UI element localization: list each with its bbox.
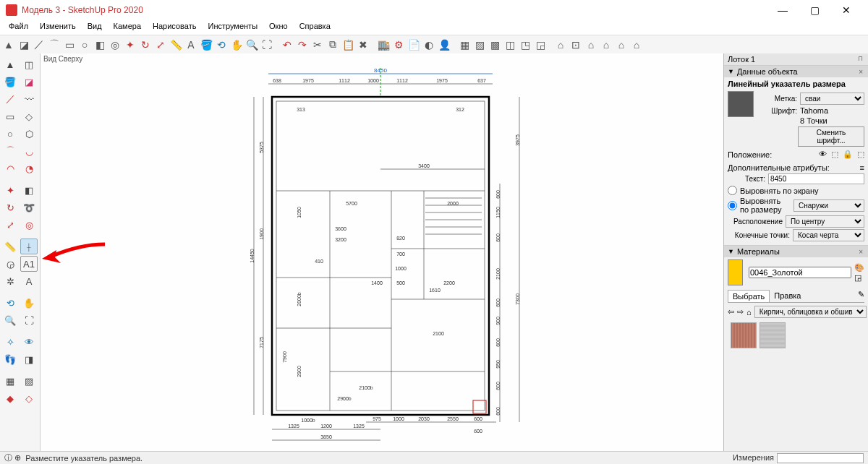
endpoints-select[interactable]: Косая черта bbox=[793, 229, 864, 241]
placement-select[interactable]: По центру bbox=[786, 215, 864, 228]
walk-tool-icon[interactable]: 👣 bbox=[1, 351, 19, 367]
scale-icon[interactable]: ⤢ bbox=[153, 38, 168, 52]
paint-icon[interactable]: 🪣 bbox=[199, 38, 213, 52]
maximize-button[interactable]: ▢ bbox=[799, 0, 830, 20]
move-icon[interactable]: ✦ bbox=[123, 38, 137, 52]
zoom-icon[interactable]: 🔍 bbox=[244, 38, 259, 52]
nav-fwd-icon[interactable]: ⇨ bbox=[737, 307, 744, 317]
menu-camera[interactable]: Камера bbox=[108, 20, 147, 35]
help-icon[interactable]: ⓘ bbox=[4, 452, 12, 463]
section-tool-icon[interactable]: ◨ bbox=[20, 351, 38, 367]
minimize-button[interactable]: — bbox=[767, 0, 799, 20]
rotate-icon[interactable]: ↻ bbox=[138, 38, 153, 52]
push-tool-icon[interactable]: ◧ bbox=[20, 182, 38, 198]
rotate-tool-icon[interactable]: ↻ bbox=[1, 199, 19, 215]
material-thumb-2[interactable] bbox=[760, 322, 786, 348]
push-icon[interactable]: ◧ bbox=[93, 38, 107, 52]
orbit-tool2-icon[interactable]: ⟲ bbox=[1, 295, 19, 311]
offset-icon[interactable]: ◎ bbox=[108, 38, 122, 52]
redo-icon[interactable]: ↷ bbox=[295, 38, 310, 52]
3dtext-tool-icon[interactable]: A bbox=[20, 273, 38, 289]
component-tool-icon[interactable]: ◫ bbox=[20, 56, 38, 72]
style-icon[interactable]: ◐ bbox=[422, 38, 436, 52]
measurement-input[interactable] bbox=[777, 453, 864, 463]
align-dim-select[interactable]: Снаружи bbox=[793, 199, 864, 212]
poly-tool-icon[interactable]: ⬡ bbox=[20, 126, 38, 142]
move-tool-icon[interactable]: ✦ bbox=[1, 182, 19, 198]
sandbox4-icon[interactable]: ◇ bbox=[20, 390, 38, 406]
line-icon[interactable]: ／ bbox=[32, 38, 46, 52]
zext-icon[interactable]: ⛶ bbox=[260, 38, 274, 52]
home-icon[interactable]: ⌂ bbox=[746, 308, 752, 317]
front-icon[interactable]: ⌂ bbox=[584, 38, 598, 52]
ext-icon[interactable]: ⚙ bbox=[391, 38, 406, 52]
menu-edit[interactable]: Изменить bbox=[34, 20, 82, 35]
paste-icon[interactable]: 📋 bbox=[341, 38, 355, 52]
close-section-icon[interactable]: × bbox=[857, 68, 864, 76]
geo-icon[interactable]: ⊕ bbox=[14, 453, 21, 463]
scale-tool-icon[interactable]: ⤢ bbox=[1, 217, 19, 233]
current-material-swatch[interactable] bbox=[728, 259, 743, 285]
menu-window[interactable]: Окно bbox=[263, 20, 294, 35]
delete-icon[interactable]: ✖ bbox=[356, 38, 370, 52]
materials-header[interactable]: ▼ Материалы × bbox=[724, 246, 868, 257]
right-icon[interactable]: ⌂ bbox=[599, 38, 613, 52]
arc3-tool-icon[interactable]: ◠ bbox=[1, 160, 19, 176]
arc-icon[interactable]: ⌒ bbox=[47, 38, 61, 52]
solid5-icon[interactable]: ◳ bbox=[518, 38, 532, 52]
eyedropper-icon[interactable]: ✎ bbox=[858, 290, 864, 302]
undo-icon[interactable]: ↶ bbox=[280, 38, 294, 52]
menu-tools[interactable]: Инструменты bbox=[202, 20, 263, 35]
cut-icon[interactable]: ✂ bbox=[310, 38, 325, 52]
close-materials-icon[interactable]: × bbox=[857, 248, 864, 256]
select-tool-icon[interactable]: ▲ bbox=[1, 56, 19, 72]
protractor-tool-icon[interactable]: ◶ bbox=[1, 256, 19, 272]
sandbox1-icon[interactable]: ▦ bbox=[1, 373, 19, 389]
zoomw-tool-icon[interactable]: ⛶ bbox=[20, 312, 38, 328]
sandbox3-icon[interactable]: ◆ bbox=[1, 390, 19, 406]
axes-tool-icon[interactable]: ✲ bbox=[1, 273, 19, 289]
align-dim-radio[interactable] bbox=[728, 201, 737, 210]
tape-icon[interactable]: 📏 bbox=[169, 38, 183, 52]
circle-tool-icon[interactable]: ○ bbox=[1, 126, 19, 142]
eraser-icon[interactable]: ◪ bbox=[17, 38, 31, 52]
text-tool-icon[interactable]: A1 bbox=[20, 256, 38, 272]
rotrect-tool-icon[interactable]: ◇ bbox=[20, 108, 38, 124]
materials-tab-select[interactable]: Выбрать bbox=[728, 290, 770, 302]
person-icon[interactable]: 👤 bbox=[437, 38, 451, 52]
menu-draw[interactable]: Нарисовать bbox=[147, 20, 202, 35]
pan-icon[interactable]: ✋ bbox=[229, 38, 244, 52]
create-material-icon[interactable]: 🎨 bbox=[854, 263, 864, 272]
entity-info-header[interactable]: ▼ Данные объекта × bbox=[724, 66, 868, 77]
menu-file[interactable]: Файл bbox=[3, 20, 34, 35]
pan-tool2-icon[interactable]: ✋ bbox=[20, 295, 38, 311]
align-screen-radio[interactable] bbox=[728, 186, 737, 195]
material-thumb-1[interactable] bbox=[731, 322, 757, 348]
viewport[interactable]: Вид Сверху 8450 638 1975 1112 1000 1112 … bbox=[41, 53, 723, 451]
left-icon[interactable]: ⌂ bbox=[629, 38, 644, 52]
iso-icon[interactable]: ⌂ bbox=[553, 38, 568, 52]
material-name-input[interactable] bbox=[749, 267, 851, 278]
dimension-text-input[interactable] bbox=[768, 173, 864, 184]
layout-icon[interactable]: 📄 bbox=[407, 38, 421, 52]
follow-tool-icon[interactable]: ➰ bbox=[20, 199, 38, 215]
freehand-tool-icon[interactable]: 〰 bbox=[20, 91, 38, 107]
change-font-button[interactable]: Сменить шрифт... bbox=[798, 126, 864, 147]
solid6-icon[interactable]: ◲ bbox=[533, 38, 548, 52]
menu-help[interactable]: Справка bbox=[294, 20, 336, 35]
orbit-icon[interactable]: ⟲ bbox=[214, 38, 229, 52]
pin-icon[interactable]: ⊓ bbox=[856, 55, 864, 62]
offset-tool-icon[interactable]: ◎ bbox=[20, 217, 38, 233]
rect-tool-icon[interactable]: ▭ bbox=[1, 108, 19, 124]
arc-tool-icon[interactable]: ⌒ bbox=[1, 143, 19, 159]
materials-tab-edit[interactable]: Правка bbox=[770, 290, 805, 302]
solid2-icon[interactable]: ▨ bbox=[472, 38, 487, 52]
copy-icon[interactable]: ⧉ bbox=[326, 38, 340, 52]
position-tool-icon[interactable]: ✧ bbox=[1, 334, 19, 350]
solid4-icon[interactable]: ◫ bbox=[503, 38, 517, 52]
look-tool-icon[interactable]: 👁 bbox=[20, 334, 38, 350]
zoom-tool2-icon[interactable]: 🔍 bbox=[1, 312, 19, 328]
dimension-tool-icon[interactable]: ⟊ bbox=[20, 239, 38, 254]
material-swatch-icon[interactable] bbox=[728, 91, 754, 117]
close-button[interactable]: ✕ bbox=[830, 0, 862, 20]
